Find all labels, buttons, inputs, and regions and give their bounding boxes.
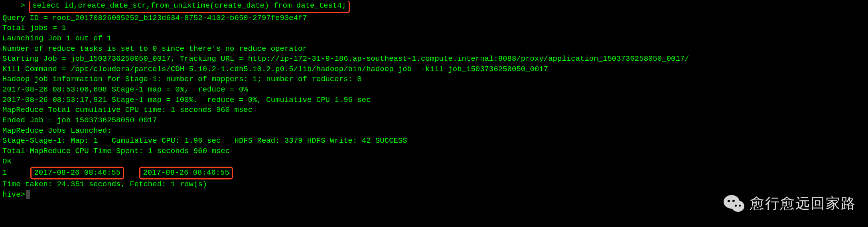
- terminal-line-result-row: 1 2017-08-26 08:46:55 2017-08-26 08:46:5…: [2, 167, 866, 179]
- terminal-line-endedjob: Ended Job = job_1503736258050_0017: [2, 115, 866, 126]
- terminal-line-hadoopinfo: Hadoop job information for Stage-1: numb…: [2, 74, 866, 85]
- sql-query-text: select id,create_date_str,from_unixtime(…: [32, 1, 346, 10]
- watermark-text: 愈行愈远回家路: [750, 194, 856, 213]
- terminal-line-startingjob: Starting Job = job_1503736258050_0017, T…: [2, 54, 866, 64]
- terminal-line-timetaken: Time taken: 24.351 seconds, Fetched: 1 r…: [2, 179, 866, 190]
- prompt-caret: >: [2, 1, 30, 10]
- terminal-line-queryid: Query ID = root_20170826085252_b123d634-…: [2, 13, 866, 24]
- hive-prompt-text: hive>: [2, 190, 25, 199]
- watermark: 愈行愈远回家路: [722, 192, 856, 215]
- terminal-line-cputime: MapReduce Total cumulative CPU time: 1 s…: [2, 105, 866, 115]
- result-id: 1: [2, 168, 7, 177]
- terminal-line-reducetasks: Number of reduce tasks is set to 0 since…: [2, 44, 866, 54]
- result-create-date-str: 2017-08-26 08:46:55: [34, 168, 120, 177]
- terminal-line-jobslaunched: MapReduce Jobs Launched:: [2, 126, 866, 136]
- terminal-line-ok: OK: [2, 157, 866, 167]
- sql-query-highlight: select id,create_date_str,from_unixtime(…: [29, 1, 350, 13]
- terminal-line-progress-100: 2017-08-26 08:53:17,921 Stage-1 map = 10…: [2, 95, 866, 106]
- wechat-icon: [722, 192, 745, 215]
- cursor-icon: [26, 190, 30, 199]
- terminal-line-killcmd: Kill Command = /opt/cloudera/parcels/CDH…: [2, 64, 866, 75]
- result-from-unixtime: 2017-08-26 08:46:55: [143, 168, 229, 177]
- terminal-line-totaljobs: Total jobs = 1: [2, 23, 866, 34]
- terminal-line-stagestage: Stage-Stage-1: Map: 1 Cumulative CPU: 1.…: [2, 136, 866, 146]
- terminal-line-sql: > select id,create_date_str,from_unixtim…: [2, 1, 866, 13]
- terminal-line-progress-0: 2017-08-26 08:53:06,608 Stage-1 map = 0%…: [2, 85, 866, 95]
- result-from-unixtime-highlight: 2017-08-26 08:46:55: [139, 167, 233, 179]
- result-create-date-str-highlight: 2017-08-26 08:46:55: [30, 167, 124, 179]
- terminal-line-launching: Launching Job 1 out of 1: [2, 34, 866, 44]
- terminal-line-totalcpu: Total MapReduce CPU Time Spent: 1 second…: [2, 146, 866, 157]
